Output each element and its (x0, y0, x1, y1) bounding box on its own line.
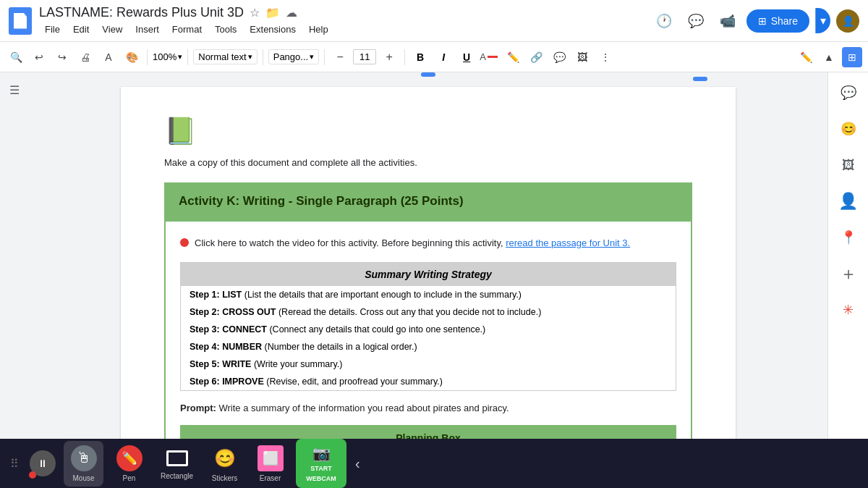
separator-1 (147, 49, 148, 65)
font-select[interactable]: Pango... ▾ (268, 49, 319, 64)
document-page: 📗 Make a copy of this document and compl… (121, 87, 736, 474)
step-4-cell: Step 4: NUMBER (Number the details in a … (181, 338, 676, 356)
top-scroll-indicator (421, 72, 435, 77)
bold-button[interactable]: B (410, 47, 430, 67)
strategy-title: Summary Writing Strategy (181, 262, 676, 286)
maps-button[interactable]: 📍 (835, 224, 861, 251)
book-emoji: 📗 (164, 116, 197, 146)
prompt-body: Write a summary of the information you r… (218, 403, 509, 413)
collapse-toolbar-button[interactable]: ▲ (819, 47, 839, 67)
pen-tool[interactable]: ✏️ Pen (109, 441, 149, 487)
print-button[interactable]: 🖨 (75, 47, 95, 67)
menu-extensions[interactable]: Extensions (244, 22, 302, 37)
share-button[interactable]: ⊞ Share (746, 9, 809, 33)
profile-button[interactable]: 👤 (835, 188, 861, 214)
increase-font-size-button[interactable]: + (379, 47, 399, 67)
eraser-tool[interactable]: ⬜ Eraser (250, 441, 290, 487)
menu-file[interactable]: File (39, 22, 66, 37)
outline-toggle[interactable]: ☰ (9, 83, 20, 97)
rectangle-label: Rectangle (161, 472, 193, 480)
docs-app-icon (9, 7, 32, 35)
intro-text: Make a copy of this document and complet… (164, 157, 692, 168)
redo-button[interactable]: ↪ (52, 47, 72, 67)
share-label: Share (771, 15, 798, 27)
step-3-text: (Connect any details that could go into … (269, 324, 485, 335)
stickers-tool[interactable]: 😊 Stickers (205, 441, 244, 487)
search-toolbar-icon[interactable]: 🔍 (6, 47, 26, 67)
comments-button[interactable]: 💬 (683, 8, 709, 34)
step-6-text: (Revise, edit, and proofread your summar… (266, 376, 443, 387)
rectangle-tool[interactable]: Rectangle (155, 443, 199, 484)
eraser-label: Eraser (260, 474, 281, 482)
document-area[interactable]: 📗 Make a copy of this document and compl… (29, 72, 827, 488)
paint-format-button[interactable]: 🎨 (122, 47, 142, 67)
text-color-button[interactable]: A (480, 47, 500, 67)
video-text-part: Click here to watch the video for this a… (195, 237, 503, 248)
zoom-control[interactable]: 100% ▾ (153, 51, 182, 62)
menu-bar: File Edit View Insert Format Tools Exten… (39, 22, 651, 37)
separator-5 (404, 49, 405, 65)
menu-view[interactable]: View (96, 22, 128, 37)
collapse-toolbar-button[interactable]: ‹ (355, 455, 360, 472)
menu-insert[interactable]: Insert (129, 22, 165, 37)
step-2-label: Step 2: CROSS OUT (190, 307, 276, 317)
link-button[interactable]: 🔗 (526, 47, 546, 67)
mouse-tool[interactable]: 🖱 Mouse (64, 441, 103, 487)
zoom-dropdown-icon[interactable]: ▾ (178, 52, 182, 62)
bottom-toolbar: ⠿ ⏸ 🖱 Mouse ✏️ Pen Rectangle 😊 Stickers … (0, 439, 868, 488)
webcam-line1: START (310, 465, 331, 472)
image-panel-button[interactable]: 🖼 (835, 152, 861, 178)
video-link[interactable]: reread the passage for Unit 3. (506, 237, 630, 248)
spellcheck-button[interactable]: A (98, 47, 119, 67)
folder-icon[interactable]: 📁 (265, 6, 280, 20)
insert-comment-button[interactable]: 💬 (549, 47, 569, 67)
edit-mode-button[interactable]: ✏️ (796, 47, 816, 67)
highlight-button[interactable]: ✏️ (503, 47, 523, 67)
font-size-input[interactable]: 11 (353, 49, 376, 64)
font-dropdown-icon: ▾ (310, 52, 314, 62)
share-icon: ⊞ (758, 15, 767, 27)
prompt-text: Prompt: Write a summary of the informati… (180, 403, 676, 413)
italic-button[interactable]: I (433, 47, 454, 67)
start-webcam-button[interactable]: 📷 START WEBCAM (296, 439, 346, 488)
prompt-label: Prompt: (180, 403, 216, 413)
comments-panel-button[interactable]: 💬 (835, 80, 861, 106)
menu-help[interactable]: Help (303, 22, 334, 37)
underline-button[interactable]: U (456, 47, 477, 67)
step-1-cell: Step 1: LIST (List the details that are … (181, 286, 676, 303)
decrease-font-size-button[interactable]: − (330, 47, 350, 67)
history-button[interactable]: 🕐 (651, 8, 677, 34)
menu-format[interactable]: Format (166, 22, 208, 37)
emoji-button[interactable]: 😊 (835, 116, 861, 142)
video-row: Click here to watch the video for this a… (180, 236, 676, 251)
insert-image-button[interactable]: 🖼 (572, 47, 592, 67)
doc-title: LASTNAME: Rewards Plus Unit 3D (39, 5, 244, 20)
activity-header: Activity K: Writing - Single Paragraph (… (164, 182, 692, 220)
stickers-label: Stickers (212, 474, 238, 482)
step-6-row: Step 6: IMPROVE (Revise, edit, and proof… (181, 373, 676, 391)
star-sidebar-icon[interactable]: ✳ (835, 297, 861, 323)
more-options-button[interactable]: ⋮ (595, 47, 616, 67)
star-icon[interactable]: ☆ (250, 6, 260, 20)
step-5-label: Step 5: WRITE (190, 359, 251, 369)
step-4-label: Step 4: NUMBER (190, 342, 262, 352)
step-6-label: Step 6: IMPROVE (190, 376, 264, 387)
add-button[interactable]: ＋ (835, 261, 861, 287)
text-style-value: Normal text (198, 51, 246, 62)
menu-edit[interactable]: Edit (67, 22, 95, 37)
undo-button[interactable]: ↩ (29, 47, 49, 67)
text-style-select[interactable]: Normal text ▾ (193, 49, 257, 64)
menu-tools[interactable]: Tools (209, 22, 242, 37)
separator-4 (324, 49, 325, 65)
drag-handle[interactable]: ⠿ (7, 457, 22, 471)
step-1-row: Step 1: LIST (List the details that are … (181, 286, 676, 303)
apps-sidebar-button[interactable]: ⊞ (842, 47, 862, 67)
recording-controls: ⏸ (27, 448, 58, 479)
share-dropdown[interactable]: ▾ (815, 8, 830, 33)
meet-button[interactable]: 📹 (715, 8, 741, 34)
step-3-row: Step 3: CONNECT (Connect any details tha… (181, 321, 676, 338)
user-avatar[interactable]: 👤 (836, 9, 859, 33)
top-actions: 🕐 💬 📹 ⊞ Share ▾ 👤 (651, 8, 859, 34)
book-icon-area: 📗 (164, 116, 692, 146)
step-5-cell: Step 5: WRITE (Write your summary.) (181, 356, 676, 373)
